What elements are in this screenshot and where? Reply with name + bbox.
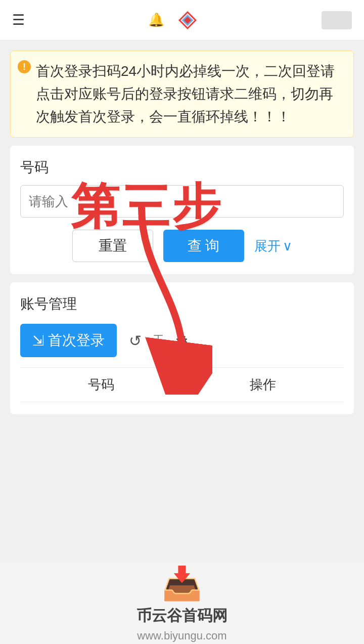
settings-icon[interactable]: ⚙ [175,332,189,350]
hamburger-icon[interactable]: ☰ [12,12,25,28]
notice-box: ! 首次登录扫码24小时内必掉线一次，二次回登请点击对应账号后的登录按钮请求二维… [10,51,354,138]
notice-text: 首次登录扫码24小时内必掉线一次，二次回登请点击对应账号后的登录按钮请求二维码，… [36,63,335,124]
expand-chevron-icon: ∨ [283,238,292,254]
first-login-button[interactable]: ⇲ 首次登录 [20,324,117,357]
watermark: 📥 币云谷首码网 www.biyungu.com [0,563,364,644]
search-panel: 号码 重置 查 询 展开 ∨ [10,146,354,274]
header-center: 🔔 [148,9,199,31]
bell-icon[interactable]: 🔔 [148,12,164,28]
watermark-icon: 📥 [162,565,202,603]
col-action: 操作 [182,376,344,394]
first-login-label: 首次登录 [48,331,105,350]
notice-icon: ! [18,60,31,73]
refresh-icon[interactable]: ↺ [129,332,142,350]
col-number: 号码 [20,376,182,394]
search-panel-label: 号码 [20,158,344,177]
header-placeholder [322,11,352,29]
search-input[interactable] [20,185,344,218]
logo-icon [176,9,199,31]
expand-button[interactable]: 展开 ∨ [254,237,292,255]
header-left: ☰ [12,12,25,28]
watermark-site-name: 币云谷首码网 [136,606,228,626]
account-panel: 账号管理 ⇲ 首次登录 ↺ ⌶ ⚙ 号码 操作 [10,282,354,414]
watermark-url: www.biyungu.com [137,629,226,642]
header: ☰ 🔔 [0,0,364,40]
input-icon[interactable]: ⌶ [154,332,163,349]
account-title: 账号管理 [20,294,344,314]
action-bar: ⇲ 首次登录 ↺ ⌶ ⚙ [20,324,344,357]
reset-button[interactable]: 重置 [72,230,153,262]
table-header: 号码 操作 [20,367,344,402]
search-btn-row: 重置 查 询 展开 ∨ [20,230,344,262]
first-login-icon: ⇲ [32,332,44,349]
expand-label: 展开 [254,237,281,255]
query-button[interactable]: 查 询 [163,230,244,262]
